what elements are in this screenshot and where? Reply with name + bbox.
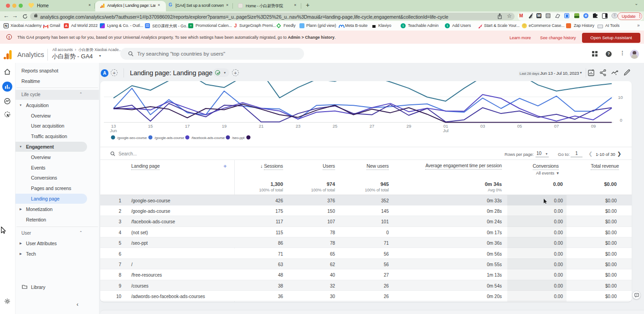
svg-text:05: 05 — [517, 124, 522, 129]
svg-text:/seo-ppt: /seo-ppt — [232, 136, 245, 140]
svg-text:10: 10 — [618, 95, 623, 100]
svg-text:Jul: Jul — [443, 128, 448, 133]
svg-text:09: 09 — [591, 124, 596, 129]
svg-text:23: 23 — [296, 124, 301, 129]
svg-text:/google-ads-course: /google-ads-course — [155, 136, 185, 140]
svg-text:19: 19 — [222, 124, 227, 129]
svg-text:29: 29 — [407, 124, 412, 129]
svg-text:/google-seo-course: /google-seo-course — [117, 136, 147, 140]
svg-text:0: 0 — [620, 118, 622, 123]
svg-text:03: 03 — [480, 124, 485, 129]
svg-text:17: 17 — [185, 124, 190, 129]
svg-text:15: 15 — [148, 124, 153, 129]
svg-text:Jun: Jun — [110, 128, 117, 133]
svg-text:/facebook-ads-course: /facebook-ads-course — [191, 136, 225, 140]
svg-text:21: 21 — [259, 124, 264, 129]
svg-text:25: 25 — [333, 124, 338, 129]
svg-text:27: 27 — [370, 124, 375, 129]
svg-text:07: 07 — [554, 124, 559, 129]
